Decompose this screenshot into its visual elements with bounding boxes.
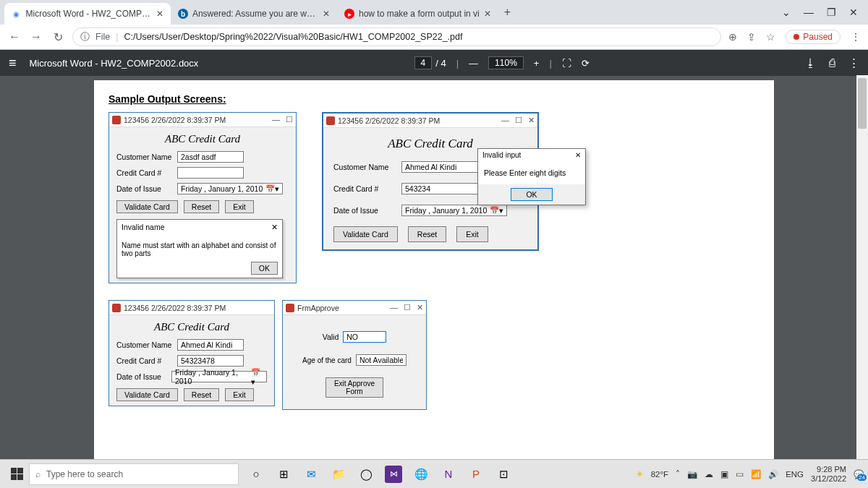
exit-button[interactable]: Exit xyxy=(456,226,488,242)
tab-2[interactable]: ▸ how to make a form output in vi ✕ xyxy=(337,3,498,25)
window-caption: 123456 2/26/2022 8:39:37 PM xyxy=(338,116,440,125)
address-text: C:/Users/User/Desktop/Spring%2022/Visual… xyxy=(124,32,462,42)
minimize-icon[interactable]: — xyxy=(501,116,509,125)
calendar-icon[interactable]: 📅▾ xyxy=(490,206,503,215)
powerpoint-icon[interactable]: P xyxy=(467,466,485,483)
scrollbar-thumb[interactable] xyxy=(858,78,867,129)
paused-label: Paused xyxy=(803,32,833,42)
address-bar[interactable]: ⓘ File | C:/Users/User/Desktop/Spring%20… xyxy=(72,27,721,46)
card-input[interactable] xyxy=(177,167,244,179)
new-tab-button[interactable]: + xyxy=(498,6,516,19)
card-input[interactable] xyxy=(401,183,481,194)
taskbar-search[interactable]: ⌕Type here to search xyxy=(29,463,239,485)
fit-page-icon[interactable]: ⛶ xyxy=(562,58,571,69)
meet-icon[interactable]: ▣ xyxy=(720,469,728,479)
hamburger-icon[interactable]: ≡ xyxy=(9,56,17,71)
validate-button[interactable]: Validate Card xyxy=(333,226,398,242)
tab-close-icon[interactable]: ✕ xyxy=(156,9,163,19)
battery-icon[interactable]: ▭ xyxy=(736,469,744,479)
start-button[interactable] xyxy=(4,463,29,485)
validate-button[interactable]: Validate Card xyxy=(116,388,178,401)
close-icon[interactable]: ✕ xyxy=(271,223,278,231)
zoom-in-button[interactable]: + xyxy=(534,58,540,69)
share-icon[interactable]: ⇪ xyxy=(747,31,756,43)
date-picker[interactable]: Friday , January 1, 2010📅▾ xyxy=(171,371,267,382)
calendar-icon[interactable]: 📅▾ xyxy=(265,184,279,194)
close-icon[interactable]: ✕ xyxy=(528,116,535,125)
notifications-icon[interactable]: 💬24 xyxy=(854,469,864,479)
tab-1[interactable]: b Answered: Assume you are work ✕ xyxy=(171,3,337,25)
validate-button[interactable]: Validate Card xyxy=(116,200,178,213)
close-icon[interactable]: ✕ xyxy=(417,303,423,312)
vertical-scrollbar[interactable] xyxy=(856,75,868,459)
reload-button[interactable]: ↻ xyxy=(51,30,65,44)
age-field[interactable] xyxy=(356,354,407,366)
onedrive-icon[interactable]: ☁ xyxy=(705,469,713,479)
zoom-level[interactable]: 110% xyxy=(488,56,524,69)
minimize-icon[interactable]: — xyxy=(272,115,280,124)
forward-button[interactable]: → xyxy=(29,30,43,43)
menu-icon[interactable]: ⋮ xyxy=(851,31,861,43)
exit-button[interactable]: Exit xyxy=(225,388,254,401)
reset-button[interactable]: Reset xyxy=(184,200,219,213)
weather-icon[interactable]: ☀ xyxy=(636,469,644,479)
tab-close-icon[interactable]: ✕ xyxy=(484,9,491,19)
mail-icon[interactable]: ✉ xyxy=(302,466,320,483)
app-icon[interactable]: 🌐 xyxy=(412,466,430,483)
maximize-icon[interactable]: ☐ xyxy=(286,115,293,124)
date-label: Date of Issue xyxy=(116,184,173,193)
profile-paused[interactable]: Paused xyxy=(786,30,841,44)
maximize-icon[interactable]: ❐ xyxy=(827,7,836,18)
maximize-icon[interactable]: ☐ xyxy=(515,116,522,125)
customer-input[interactable] xyxy=(177,339,244,351)
cortana-icon[interactable]: ○ xyxy=(247,466,265,483)
clock[interactable]: 9:28 PM 3/12/2022 xyxy=(811,465,846,483)
app2-icon[interactable]: ⊡ xyxy=(495,466,512,483)
tab-close-icon[interactable]: ✕ xyxy=(323,9,330,19)
card-input[interactable] xyxy=(177,355,244,367)
close-icon[interactable]: ✕ xyxy=(575,151,581,159)
taskview-icon[interactable]: ⊞ xyxy=(275,466,292,483)
maximize-icon[interactable]: ☐ xyxy=(404,303,411,312)
form-approve: FrmApprove—☐✕ Valid Age of the card Exit… xyxy=(282,300,427,410)
date-picker[interactable]: Friday , January 1, 2010📅▾ xyxy=(177,183,283,194)
rotate-icon[interactable]: ⟳ xyxy=(582,58,590,69)
sound-icon[interactable]: 🔊 xyxy=(768,469,778,479)
tab-0[interactable]: ◉ Microsoft Word - HW2_COMP200 ✕ xyxy=(4,3,171,25)
reset-button[interactable]: Reset xyxy=(184,388,219,401)
reset-button[interactable]: Reset xyxy=(408,226,446,242)
zoom-icon[interactable]: ⊕ xyxy=(728,31,737,43)
camera-icon[interactable]: 📷 xyxy=(687,469,697,479)
valid-field[interactable] xyxy=(343,331,386,343)
back-button[interactable]: ← xyxy=(7,30,22,43)
chrome-icon[interactable]: ◯ xyxy=(357,466,375,483)
vs-icon[interactable]: ⋈ xyxy=(385,466,402,483)
print-icon[interactable]: ⎙ xyxy=(829,56,835,69)
customer-input[interactable] xyxy=(177,151,244,163)
minimize-icon[interactable]: — xyxy=(804,7,814,18)
card-label: Credit Card # xyxy=(333,184,397,193)
wifi-icon[interactable]: 📶 xyxy=(751,469,761,479)
exit-approve-button[interactable]: Exit Approve Form xyxy=(326,377,383,398)
close-icon[interactable]: ✕ xyxy=(849,7,858,18)
weather-temp[interactable]: 82°F xyxy=(651,470,668,479)
exit-button[interactable]: Exit xyxy=(225,200,254,213)
lang-indicator[interactable]: ENG xyxy=(786,470,804,479)
chevron-down-icon[interactable]: ⌄ xyxy=(782,7,791,18)
star-icon[interactable]: ☆ xyxy=(766,31,775,43)
minimize-icon[interactable]: — xyxy=(390,303,398,312)
download-icon[interactable]: ⭳ xyxy=(805,56,816,69)
more-icon[interactable]: ⋮ xyxy=(848,56,859,69)
info-icon[interactable]: ⓘ xyxy=(80,31,90,43)
zoom-out-button[interactable]: — xyxy=(469,58,478,69)
page-total: / 4 xyxy=(435,58,446,69)
ok-button[interactable]: OK xyxy=(251,262,278,275)
customer-input[interactable] xyxy=(401,161,481,173)
onenote-icon[interactable]: N xyxy=(440,466,457,483)
calendar-icon[interactable]: 📅▾ xyxy=(251,368,263,386)
date-picker[interactable]: Friday , January 1, 2010📅▾ xyxy=(401,205,507,216)
page-current[interactable]: 4 xyxy=(414,56,433,69)
ok-button[interactable]: OK xyxy=(511,188,552,201)
explorer-icon[interactable]: 📁 xyxy=(330,466,347,483)
tray-up-icon[interactable]: ˄ xyxy=(676,469,680,479)
